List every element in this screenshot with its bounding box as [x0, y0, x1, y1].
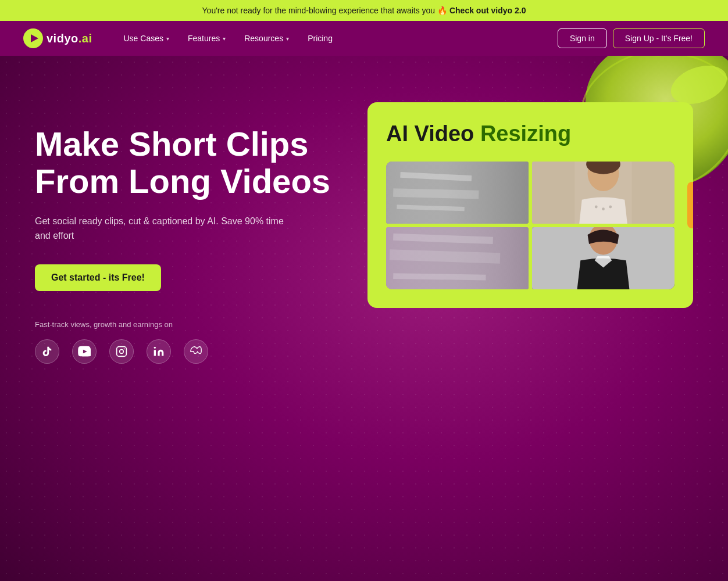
video-cell-4	[532, 227, 675, 289]
nav-right: Sign in Sign Up - It's Free!	[558, 28, 705, 48]
svg-line-23	[393, 276, 486, 277]
banner-text: You're not ready for the mind-blowing ex…	[202, 6, 449, 15]
feature-card-title: AI Video Resizing	[386, 121, 675, 148]
feature-card: AI Video Resizing	[367, 102, 693, 308]
chevron-down-icon: ▾	[223, 35, 226, 42]
hero-title: Make Short Clips From Long Videos	[35, 125, 349, 200]
svg-point-6	[154, 346, 156, 348]
svg-point-18	[609, 205, 612, 208]
nav-use-cases[interactable]: Use Cases ▾	[116, 29, 177, 48]
svg-point-16	[595, 205, 598, 208]
nav-features[interactable]: Features ▾	[180, 29, 234, 48]
youtube-icon[interactable]	[72, 339, 97, 364]
svg-line-22	[390, 254, 500, 258]
banner-highlight[interactable]: Check out vidyo 2.0	[449, 6, 526, 15]
video-resize-demo	[386, 162, 675, 289]
hero-content-left: Make Short Clips From Long Videos Get so…	[35, 91, 349, 364]
signup-button[interactable]: Sign Up - It's Free!	[613, 28, 705, 48]
chevron-down-icon: ▾	[166, 35, 169, 42]
linkedin-icon[interactable]	[147, 339, 171, 364]
svg-line-21	[393, 236, 493, 240]
cta-button[interactable]: Get started - its Free!	[35, 264, 161, 291]
orange-tab	[687, 182, 693, 228]
svg-point-4	[120, 349, 124, 353]
nav-links: Use Cases ▾ Features ▾ Resources ▾ Prici…	[116, 29, 558, 48]
hero-section: Make Short Clips From Long Videos Get so…	[0, 56, 728, 581]
svg-line-11	[397, 207, 464, 209]
logo-text: vidyo.ai	[47, 32, 92, 45]
social-label: Fast-track views, growth and earnings on	[35, 320, 349, 329]
social-icons-row	[35, 339, 349, 364]
announcement-banner: You're not ready for the mind-blowing ex…	[0, 0, 728, 21]
navbar: vidyo.ai Use Cases ▾ Features ▾ Resource…	[0, 21, 728, 56]
svg-line-9	[401, 174, 472, 178]
hero-subtitle: Get social ready clips, cut & captioned …	[35, 214, 291, 243]
video-cell-1	[386, 162, 529, 224]
svg-rect-3	[117, 346, 127, 356]
chevron-down-icon: ▾	[286, 35, 289, 42]
meta-icon[interactable]	[184, 339, 208, 364]
svg-line-10	[393, 192, 479, 195]
hero-content-right: AI Video Resizing	[349, 91, 693, 308]
video-cell-3	[386, 227, 529, 289]
video-cell-2	[532, 162, 675, 224]
logo[interactable]: vidyo.ai	[23, 28, 92, 48]
signin-button[interactable]: Sign in	[558, 28, 607, 48]
svg-point-5	[124, 348, 125, 349]
nav-resources[interactable]: Resources ▾	[236, 29, 297, 48]
svg-point-17	[602, 207, 605, 210]
instagram-icon[interactable]	[109, 339, 134, 364]
nav-pricing[interactable]: Pricing	[299, 29, 341, 48]
logo-icon	[23, 28, 43, 48]
tiktok-icon[interactable]	[35, 339, 59, 364]
